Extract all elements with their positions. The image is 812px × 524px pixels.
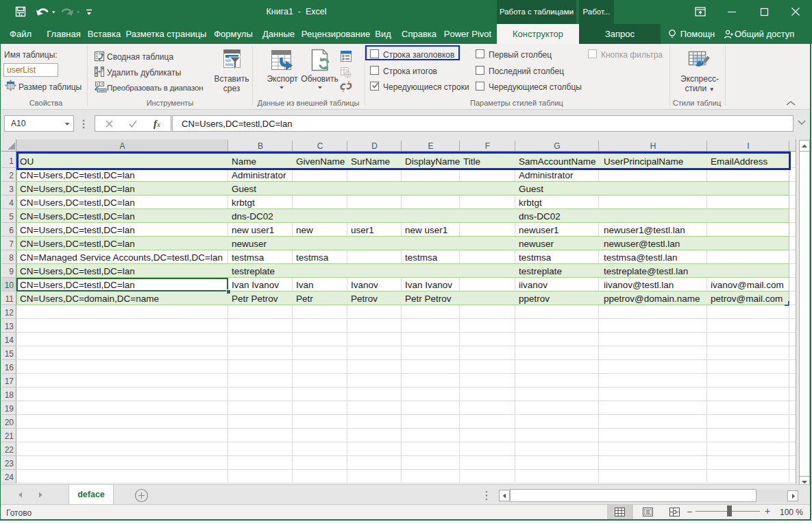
svg-text:19: 19 [5, 404, 14, 414]
svg-text:6: 6 [9, 226, 14, 235]
svg-text:newuser1@testl.lan: newuser1@testl.lan [604, 225, 685, 235]
svg-text:10: 10 [5, 281, 14, 290]
svg-text:krbtgt: krbtgt [519, 198, 542, 208]
svg-text:CN=Users,DC=testl,DC=lan: CN=Users,DC=testl,DC=lan [20, 239, 135, 249]
svg-text:Administrator: Administrator [519, 170, 574, 180]
svg-text:user1: user1 [351, 225, 374, 235]
svg-text:B: B [258, 141, 263, 151]
svg-text:Ivan: Ivan [296, 280, 314, 290]
svg-text:SurName: SurName [351, 156, 390, 167]
svg-text:newuser: newuser [232, 239, 267, 249]
svg-text:Administrator: Administrator [232, 170, 286, 180]
svg-text:CN=Users,DC=testl,DC=lan: CN=Users,DC=testl,DC=lan [20, 280, 135, 290]
svg-text:1: 1 [9, 156, 14, 166]
svg-text:testmsa: testmsa [519, 252, 552, 263]
svg-text:3: 3 [9, 184, 14, 194]
svg-text:5: 5 [9, 212, 14, 222]
svg-text:11: 11 [5, 294, 14, 304]
svg-text:testreplate@testl.lan: testreplate@testl.lan [604, 266, 688, 276]
svg-text:CN=Users,DC=testl,DC=lan: CN=Users,DC=testl,DC=lan [20, 211, 135, 222]
svg-text:iivanov@testl.lan: iivanov@testl.lan [604, 280, 674, 290]
svg-text:12: 12 [5, 308, 14, 318]
svg-text:Petr: Petr [296, 294, 313, 304]
svg-text:15: 15 [5, 349, 14, 359]
svg-text:CN=Managed Service Accounts,DC: CN=Managed Service Accounts,DC=testl,DC=… [20, 252, 223, 263]
svg-text:Ivan Ivanov: Ivan Ivanov [232, 280, 279, 290]
svg-text:ppetrov@domain.name: ppetrov@domain.name [604, 294, 700, 304]
svg-text:Guest: Guest [232, 184, 256, 194]
svg-text:14: 14 [5, 335, 14, 345]
svg-text:E: E [428, 141, 433, 151]
svg-text:Petr Petrov: Petr Petrov [405, 294, 452, 304]
svg-text:CN=Users,DC=testl,DC=lan: CN=Users,DC=testl,DC=lan [20, 184, 135, 194]
svg-text:F: F [485, 141, 490, 151]
svg-text:CN=Users,DC=testl,DC=lan: CN=Users,DC=testl,DC=lan [20, 225, 135, 235]
svg-text:newuser1: newuser1 [519, 225, 559, 235]
svg-text:Petrov: Petrov [351, 294, 378, 304]
svg-text:new user1: new user1 [405, 225, 447, 235]
svg-text:new user1: new user1 [232, 225, 274, 235]
svg-text:18: 18 [5, 390, 14, 400]
svg-text:SamAccountName: SamAccountName [519, 156, 596, 167]
svg-text:testmsa: testmsa [405, 252, 438, 263]
svg-text:20: 20 [5, 418, 14, 427]
svg-text:testreplate: testreplate [232, 266, 275, 276]
svg-text:ivanov@mail.com: ivanov@mail.com [711, 280, 784, 290]
svg-text:13: 13 [5, 322, 14, 331]
svg-text:8: 8 [9, 253, 14, 263]
svg-text:DisplayName: DisplayName [405, 156, 460, 167]
svg-text:testmsa@testl.lan: testmsa@testl.lan [604, 252, 678, 263]
svg-text:EmailAddress: EmailAddress [711, 156, 768, 167]
svg-text:testmsa: testmsa [296, 252, 329, 263]
svg-text:new: new [296, 225, 313, 235]
svg-text:iivanov: iivanov [519, 280, 548, 290]
svg-text:Title: Title [463, 156, 480, 167]
svg-text:dns-DC02: dns-DC02 [232, 211, 273, 222]
svg-text:CN=Users,DC=testl,DC=lan: CN=Users,DC=testl,DC=lan [20, 170, 135, 180]
svg-text:17: 17 [5, 377, 14, 386]
svg-text:16: 16 [5, 363, 14, 372]
svg-text:Petr Petrov: Petr Petrov [232, 294, 278, 304]
svg-text:Guest: Guest [519, 184, 543, 194]
svg-text:7: 7 [9, 239, 14, 249]
svg-text:krbtgt: krbtgt [232, 198, 255, 208]
svg-text:9: 9 [9, 267, 14, 276]
svg-text:OU: OU [20, 156, 34, 167]
svg-text:Ivan Ivanov: Ivan Ivanov [405, 280, 452, 290]
svg-text:CN=Users,DC=domain,DC=name: CN=Users,DC=domain,DC=name [20, 294, 159, 304]
svg-text:CN=Users,DC=testl,DC=lan: CN=Users,DC=testl,DC=lan [20, 266, 135, 276]
svg-text:UserPrincipalName: UserPrincipalName [604, 156, 683, 167]
svg-text:23: 23 [5, 459, 14, 468]
svg-text:Name: Name [232, 156, 256, 167]
svg-text:24: 24 [5, 473, 14, 482]
svg-text:G: G [554, 141, 560, 151]
svg-text:22: 22 [5, 445, 14, 455]
svg-text:dns-DC02: dns-DC02 [519, 211, 561, 222]
svg-text:A: A [119, 141, 125, 151]
svg-text:C: C [317, 141, 323, 151]
svg-text:testmsa: testmsa [232, 252, 264, 263]
svg-text:D: D [371, 141, 378, 151]
svg-text:ppetrov: ppetrov [519, 294, 550, 304]
svg-text:H: H [650, 141, 656, 151]
svg-text:GivenName: GivenName [296, 156, 345, 167]
svg-text:I: I [747, 141, 749, 151]
svg-text:testreplate: testreplate [519, 266, 562, 276]
svg-text:21: 21 [5, 431, 14, 441]
svg-text:4: 4 [9, 198, 14, 208]
svg-text:newuser: newuser [519, 239, 554, 249]
svg-text:CN=Users,DC=testl,DC=lan: CN=Users,DC=testl,DC=lan [20, 198, 135, 208]
svg-text:Ivanov: Ivanov [351, 280, 378, 290]
svg-text:petrov@mail.com: petrov@mail.com [711, 294, 783, 304]
svg-text:newuser@testl.lan: newuser@testl.lan [604, 239, 680, 249]
svg-text:2: 2 [9, 171, 14, 180]
